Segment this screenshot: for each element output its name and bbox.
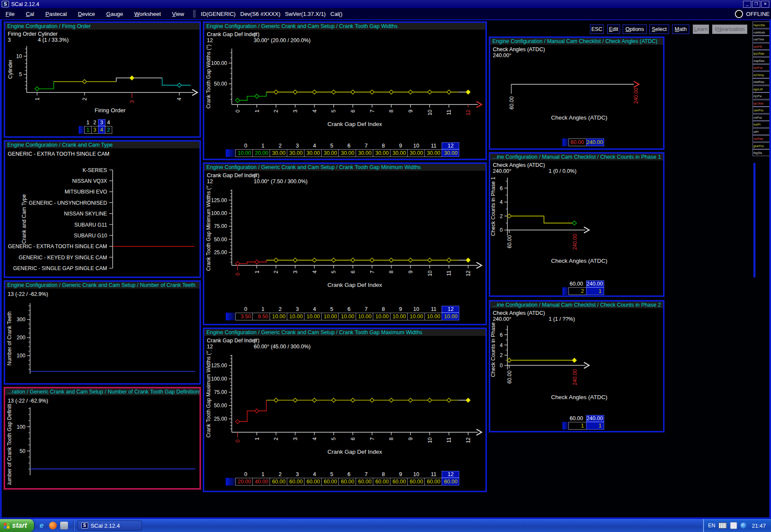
menu-device[interactable]: Device [72,11,101,17]
edit-button[interactable]: Edit [607,25,620,34]
value-cell[interactable]: 30.00 [304,149,322,157]
close-button[interactable]: ✕ [761,1,769,8]
sidebar-row[interactable]: iactPos [753,64,770,71]
check-angles-chart[interactable]: 60.00240.00Check Angles (ATDC) [491,59,661,138]
sidebar-row[interactable]: inj1Pw [753,92,770,99]
value-cell[interactable]: 60.00 [568,138,587,146]
clock[interactable]: 21:47 [752,523,766,529]
taskbar-task-scal[interactable]: S SCal 2.12.4 [77,520,142,531]
sidebar-row[interactable]: fuelPr [753,121,770,128]
internet-explorer-icon[interactable]: e [38,522,46,529]
value-cell[interactable]: 10.00 [407,313,425,320]
sidebar-row[interactable]: rpmFilt [753,43,770,50]
crank-cam-type-chart[interactable]: K-SERIESNISSAN VQ3XMITSUBISHI EVOGENERIC… [6,160,199,278]
value-cell[interactable]: 60.00 [373,478,390,486]
value-cell[interactable]: 30.00 [442,149,459,157]
menu-cal[interactable]: Cal [20,11,40,17]
sidebar-row[interactable]: vbatRaw [753,78,770,85]
value-cell[interactable]: 10.00 [356,313,373,320]
value-cell[interactable]: 3.50 [235,313,253,320]
value-cell[interactable]: 60.00 [321,478,339,486]
value-cell[interactable]: 30.00 [287,149,304,157]
value-cell[interactable]: 3 [91,126,98,134]
value-cell[interactable]: 60.00 [338,478,356,486]
row-header-cell[interactable] [79,126,84,134]
menu-gauge[interactable]: Gauge [101,11,129,17]
value-cell[interactable]: 60.00 [407,478,425,486]
value-cell[interactable]: 2 [568,287,587,295]
row-header-cell[interactable] [226,149,235,157]
value-cell[interactable]: 10.00 [287,313,304,320]
value-cell[interactable]: 10.00 [442,313,459,320]
gap-definitions-chart[interactable]: 50100Number of Crank Tooth Gap Definitio… [6,404,199,486]
value-cell[interactable]: 20.00 [235,478,253,486]
value-cell[interactable]: 30.00 [270,149,287,157]
value-cell[interactable]: 20.00 [252,149,270,157]
sidebar-row[interactable]: hsyncSta [753,22,770,28]
value-cell[interactable]: 60.00 [424,478,442,486]
value-cell[interactable]: 60.00 [442,478,459,486]
value-cell[interactable]: 10.00 [235,149,253,157]
tray-icon-1[interactable] [730,522,737,529]
gap-widths-chart[interactable]: 50.00100.000123456789101112Crank Gap Def… [205,43,484,134]
value-cell[interactable]: 60.00 [356,478,373,486]
value-cell[interactable]: 40.00 [252,478,270,486]
value-cell[interactable]: 60.00 [304,478,322,486]
options-button[interactable]: Options [623,25,647,34]
value-cell[interactable]: 1 [586,287,604,295]
value-cell[interactable]: 1 [568,422,587,430]
value-cell[interactable]: 10.00 [321,313,339,320]
value-cell[interactable]: 1 [586,422,604,430]
value-cell[interactable]: 30.00 [407,149,425,157]
gap-minimum-widths-chart[interactable]: 25.0050.0075.00100.00125.000123456789101… [205,185,484,295]
restore-button[interactable]: ❐ [752,1,760,8]
math-button[interactable]: Math [672,25,689,34]
sidebar-row[interactable]: tps1Raw [753,50,770,57]
value-cell[interactable]: 30.00 [321,149,339,157]
start-button[interactable]: start [0,519,34,532]
row-header-cell[interactable] [226,478,235,486]
value-cell[interactable]: 30.00 [390,149,408,157]
value-cell[interactable]: 10.00 [424,313,442,320]
sidebar-row[interactable]: crkPos [753,114,770,121]
minimize-button[interactable]: _ [743,1,751,8]
value-cell[interactable]: 60.00 [390,478,408,486]
value-cell[interactable]: 6.50 [252,313,270,320]
crank-teeth-chart[interactable]: 100200300Number of Crank Teeth [6,299,199,383]
value-cell[interactable]: 30.00 [338,149,356,157]
sidebar-row[interactable]: ign1Adv [753,100,770,107]
sidebar-row[interactable]: vssRaw [753,135,770,142]
sidebar-row[interactable]: oilPr [753,128,770,135]
value-cell[interactable]: 240.00 [586,138,604,146]
language-indicator[interactable]: EN [708,523,716,529]
menu-worksheet[interactable]: Worksheet [129,11,166,17]
row-header-cell[interactable] [562,287,568,295]
value-cell[interactable]: 30.00 [356,149,373,157]
menu-file[interactable]: File [0,11,20,17]
check-counts-phase2-chart[interactable]: 024660.00240.00Check Angles (ATDC)Check … [491,322,661,414]
select-button[interactable]: Select [649,25,669,34]
row-header-cell[interactable] [562,138,568,146]
quick-launch-app-icon[interactable] [60,522,68,529]
sidebar-row[interactable]: gearPos [753,142,770,149]
sidebar-row[interactable]: ectTemp [753,71,770,78]
sidebar-row[interactable]: egoLeft [753,86,770,92]
tray-icon-2[interactable] [740,523,746,529]
value-cell[interactable]: 2 [105,126,112,134]
value-cell[interactable]: 10.00 [338,313,356,320]
row-header-cell[interactable] [562,422,568,430]
sidebar-scroll-strip[interactable] [753,163,756,277]
menu-pastecal[interactable]: Pastecal [40,11,72,17]
esc-button[interactable]: ESC [590,25,604,34]
menu-view[interactable]: View [166,11,190,17]
keyboard-icon[interactable] [719,523,727,529]
value-cell[interactable]: 10.00 [390,313,408,320]
sidebar-row[interactable]: ruleMode [753,29,770,36]
sidebar-row[interactable]: flagSta [753,149,770,156]
row-header-cell[interactable] [226,313,235,320]
value-cell[interactable]: 60.00 [270,478,287,486]
value-cell[interactable]: 30.00 [424,149,442,157]
value-cell[interactable]: 60.00 [287,478,304,486]
value-cell[interactable]: 10.00 [270,313,287,320]
gap-maximum-widths-chart[interactable]: 25.0050.0075.00100.00125.000123456789101… [205,351,484,462]
